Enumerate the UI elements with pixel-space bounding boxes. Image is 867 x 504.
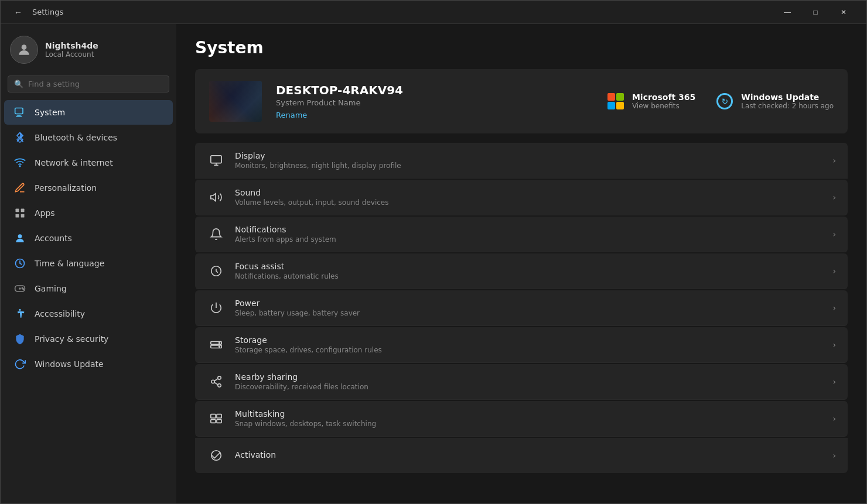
setting-item-focus-assist[interactable]: Focus assist Notifications, automatic ru… bbox=[195, 253, 848, 289]
setting-item-sound[interactable]: Sound Volume levels, output, input, soun… bbox=[195, 180, 848, 215]
sound-icon bbox=[207, 188, 226, 207]
notifications-chevron: › bbox=[832, 229, 836, 239]
setting-item-display[interactable]: Display Monitors, brightness, night ligh… bbox=[195, 143, 848, 179]
close-button[interactable]: ✕ bbox=[830, 3, 857, 22]
settings-window: ← Settings — □ ✕ Nightsh4de Loca bbox=[0, 0, 867, 504]
ms365-badge[interactable]: Microsoft 365 View benefits bbox=[605, 91, 695, 112]
svg-rect-3 bbox=[16, 116, 22, 117]
focus-assist-text: Focus assist Notifications, automatic ru… bbox=[235, 262, 823, 280]
display-label: Display bbox=[235, 151, 823, 160]
sidebar-item-gaming[interactable]: Gaming bbox=[4, 276, 173, 301]
sidebar-item-privacy[interactable]: Privacy & security bbox=[4, 327, 173, 351]
setting-item-storage[interactable]: Storage Storage space, drives, configura… bbox=[195, 327, 848, 363]
svg-marker-20 bbox=[211, 194, 216, 201]
sidebar-label-system: System bbox=[35, 108, 65, 117]
page-title: System bbox=[195, 38, 848, 57]
storage-text: Storage Storage space, drives, configura… bbox=[235, 335, 823, 354]
svg-rect-33 bbox=[217, 414, 221, 418]
power-label: Power bbox=[235, 299, 823, 308]
privacy-icon bbox=[13, 332, 26, 345]
focus-assist-desc: Notifications, automatic rules bbox=[235, 272, 823, 280]
sound-text: Sound Volume levels, output, input, soun… bbox=[235, 188, 823, 207]
display-text: Display Monitors, brightness, night ligh… bbox=[235, 151, 823, 170]
main-content: Nightsh4de Local Account 🔍 bbox=[1, 24, 866, 503]
sidebar-item-system[interactable]: System bbox=[4, 100, 173, 125]
ms365-title: Microsoft 365 bbox=[632, 92, 695, 102]
nearby-sharing-desc: Discoverability, received files location bbox=[235, 383, 823, 391]
windows-update-badge[interactable]: ↻ Windows Update Last checked: 2 hours a… bbox=[714, 91, 834, 112]
setting-item-nearby-sharing[interactable]: Nearby sharing Discoverability, received… bbox=[195, 364, 848, 400]
sidebar-label-bluetooth: Bluetooth & devices bbox=[35, 133, 117, 142]
sidebar: Nightsh4de Local Account 🔍 bbox=[1, 24, 176, 503]
sidebar-label-accounts: Accounts bbox=[35, 234, 72, 243]
search-icon: 🔍 bbox=[14, 80, 23, 88]
window-title: Settings bbox=[32, 8, 63, 16]
bluetooth-icon bbox=[13, 131, 26, 144]
sidebar-label-apps: Apps bbox=[35, 208, 55, 218]
display-icon bbox=[207, 151, 226, 170]
storage-label: Storage bbox=[235, 335, 823, 345]
update-title: Windows Update bbox=[741, 92, 834, 102]
setting-item-activation[interactable]: Activation › bbox=[195, 438, 848, 473]
nav-list: System Bluetooth & devices bbox=[1, 100, 176, 377]
nearby-sharing-label: Nearby sharing bbox=[235, 372, 823, 382]
update-text: Windows Update Last checked: 2 hours ago bbox=[741, 92, 834, 110]
rename-link[interactable]: Rename bbox=[276, 111, 591, 119]
search-box[interactable]: 🔍 bbox=[8, 76, 169, 92]
svg-rect-35 bbox=[217, 420, 221, 423]
sidebar-item-network[interactable]: Network & internet bbox=[4, 150, 173, 175]
system-thumbnail bbox=[209, 81, 262, 122]
setting-item-notifications[interactable]: Notifications Alerts from apps and syste… bbox=[195, 217, 848, 252]
user-profile[interactable]: Nightsh4de Local Account bbox=[1, 29, 176, 73]
sidebar-item-personalization[interactable]: Personalization bbox=[4, 176, 173, 200]
sidebar-item-apps[interactable]: Apps bbox=[4, 201, 173, 225]
activation-text: Activation bbox=[235, 450, 823, 461]
sidebar-item-bluetooth[interactable]: Bluetooth & devices bbox=[4, 125, 173, 150]
activation-chevron: › bbox=[832, 451, 836, 460]
update-sub: Last checked: 2 hours ago bbox=[741, 102, 834, 110]
svg-rect-7 bbox=[16, 214, 19, 218]
focus-assist-icon bbox=[207, 262, 226, 280]
accessibility-icon bbox=[13, 307, 26, 320]
svg-line-30 bbox=[214, 379, 218, 381]
user-info: Nightsh4de Local Account bbox=[45, 41, 98, 59]
window-controls: — □ ✕ bbox=[774, 3, 857, 22]
notifications-text: Notifications Alerts from apps and syste… bbox=[235, 225, 823, 244]
sidebar-item-time[interactable]: Time & language bbox=[4, 251, 173, 276]
sidebar-item-update[interactable]: Windows Update bbox=[4, 352, 173, 376]
display-desc: Monitors, brightness, night light, displ… bbox=[235, 162, 823, 170]
svg-point-15 bbox=[23, 289, 24, 290]
maximize-button[interactable]: □ bbox=[802, 3, 829, 22]
gaming-icon bbox=[13, 282, 26, 295]
setting-item-power[interactable]: Power Sleep, battery usage, battery save… bbox=[195, 290, 848, 326]
power-desc: Sleep, battery usage, battery saver bbox=[235, 309, 823, 317]
system-info-card: DESKTOP-4RAKV94 System Product Name Rena… bbox=[195, 69, 848, 133]
sidebar-label-accessibility: Accessibility bbox=[35, 309, 85, 318]
right-panel: System DESKTOP-4RAKV94 System Product Na… bbox=[176, 24, 866, 503]
device-type: System Product Name bbox=[276, 98, 591, 107]
notifications-icon bbox=[207, 225, 226, 244]
back-button[interactable]: ← bbox=[10, 4, 26, 20]
user-name: Nightsh4de bbox=[45, 41, 98, 50]
svg-point-0 bbox=[22, 44, 27, 50]
windows-update-icon: ↻ bbox=[714, 91, 735, 112]
accounts-icon bbox=[13, 232, 26, 245]
svg-rect-32 bbox=[211, 414, 216, 418]
setting-item-multitasking[interactable]: Multitasking Snap windows, desktops, tas… bbox=[195, 401, 848, 437]
svg-point-25 bbox=[219, 342, 220, 344]
svg-point-4 bbox=[19, 166, 21, 167]
nearby-sharing-chevron: › bbox=[832, 377, 836, 386]
focus-assist-label: Focus assist bbox=[235, 262, 823, 271]
search-input[interactable] bbox=[28, 80, 163, 88]
power-icon bbox=[207, 299, 226, 317]
svg-point-36 bbox=[211, 451, 221, 461]
sidebar-item-accounts[interactable]: Accounts bbox=[4, 226, 173, 251]
storage-icon bbox=[207, 335, 226, 354]
sound-desc: Volume levels, output, input, sound devi… bbox=[235, 198, 823, 207]
svg-rect-1 bbox=[15, 108, 23, 114]
sidebar-item-accessibility[interactable]: Accessibility bbox=[4, 301, 173, 326]
system-badges: Microsoft 365 View benefits ↻ Windows Up… bbox=[605, 91, 834, 112]
svg-rect-34 bbox=[211, 420, 216, 423]
minimize-button[interactable]: — bbox=[774, 3, 801, 22]
display-chevron: › bbox=[832, 156, 836, 165]
